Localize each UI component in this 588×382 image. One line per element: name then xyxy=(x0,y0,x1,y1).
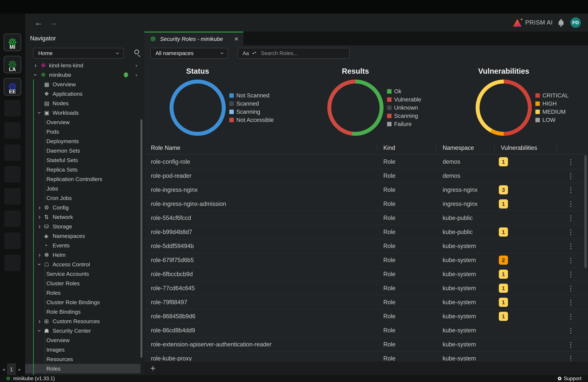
cluster-button-ee[interactable]: ☸EE xyxy=(4,78,21,96)
sidebar-item-minikube[interactable]: ›☸minikube› xyxy=(25,70,144,80)
table-row[interactable]: role-679f75d6b5Rolekube-system2⋮ xyxy=(144,253,588,267)
sidebar-item-resources[interactable]: Resources xyxy=(25,354,144,364)
context-select[interactable]: Home › xyxy=(33,48,124,59)
table-row[interactable]: role-extension-apiserver-authentication-… xyxy=(144,338,588,352)
sidebar-item-roles[interactable]: Roles xyxy=(25,364,141,373)
namespace-select[interactable]: All namespaces › xyxy=(150,48,228,59)
column-header-role-name[interactable]: Role Name xyxy=(144,141,377,154)
sidebar-item-nodes[interactable]: ▤Nodes xyxy=(25,99,144,108)
sidebar-item-network[interactable]: ›⇅Network xyxy=(25,212,144,222)
table-scrollbar[interactable] xyxy=(584,155,587,268)
sidebar-item-events[interactable]: ◔Events xyxy=(25,241,144,250)
chevron-down-icon[interactable]: › xyxy=(36,110,43,116)
chevron-right-icon[interactable]: › xyxy=(135,63,137,68)
chevron-down-icon[interactable]: › xyxy=(36,261,43,267)
sidebar-item-cluster-role-bindings[interactable]: Cluster Role Bindings xyxy=(25,297,144,307)
table-row[interactable]: role-86cd8b4dd9Rolekube-system⋮ xyxy=(144,323,588,338)
kebab-menu-icon[interactable]: ⋮ xyxy=(567,298,574,306)
sidebar-item-pods[interactable]: Pods xyxy=(25,127,144,136)
chevron-right-icon[interactable]: › xyxy=(37,204,42,211)
sidebar-item-cron-jobs[interactable]: Cron Jobs xyxy=(25,193,144,203)
sidebar-item-images[interactable]: Images xyxy=(25,345,144,354)
table-row[interactable]: role-b99d4b8d7Rolekube-public1⋮ xyxy=(144,225,588,239)
kebab-menu-icon[interactable]: ⋮ xyxy=(567,214,574,222)
prism-ai-brand[interactable]: ✦ PRISM AI xyxy=(513,19,553,27)
chevron-right-icon[interactable]: › xyxy=(37,223,42,230)
search-roles-input[interactable] xyxy=(261,50,329,56)
chevron-down-icon[interactable]: › xyxy=(33,72,39,78)
kebab-menu-icon[interactable]: ⋮ xyxy=(567,186,574,194)
page-prev-icon[interactable]: ◂ xyxy=(2,366,5,372)
table-row[interactable]: role-5ddf59494bRolekube-system⋮ xyxy=(144,239,588,253)
kebab-menu-icon[interactable]: ⋮ xyxy=(567,327,574,334)
kebab-menu-icon[interactable]: ⋮ xyxy=(567,256,574,264)
sidebar-item-access-control[interactable]: ›☖Access Control xyxy=(25,260,144,269)
table-row[interactable]: role-pod-readerRoledemos⋮ xyxy=(144,169,588,183)
kebab-menu-icon[interactable]: ⋮ xyxy=(567,200,574,208)
sidebar-item-helm[interactable]: ›☸Helm xyxy=(25,250,144,260)
column-header-namespace[interactable]: Namespace xyxy=(436,141,494,154)
table-row[interactable]: role-6fbccbcb9dRolekube-system1⋮ xyxy=(144,267,588,281)
table-row[interactable]: role-554cf6fccdRolekube-public⋮ xyxy=(144,211,588,225)
sidebar-item-overview[interactable]: Overview xyxy=(25,117,144,127)
kebab-menu-icon[interactable]: ⋮ xyxy=(567,355,574,361)
kebab-menu-icon[interactable]: ⋮ xyxy=(567,158,574,166)
table-row[interactable]: role-868458b9d6Rolekube-system1⋮ xyxy=(144,309,588,323)
column-header-kind[interactable]: Kind xyxy=(377,141,436,154)
kebab-menu-icon[interactable]: ⋮ xyxy=(567,228,574,236)
sidebar-item-namespaces[interactable]: ◈Namespaces xyxy=(25,231,144,241)
match-case-icon[interactable]: Aa xyxy=(243,50,249,56)
forward-arrow-icon[interactable]: → xyxy=(49,18,58,27)
sidebar-item-overview[interactable]: Overview xyxy=(25,336,144,345)
sidebar-item-workloads[interactable]: ›▣Workloads xyxy=(25,108,144,117)
sidebar-scrollbar[interactable] xyxy=(141,119,142,358)
sidebar-item-overview[interactable]: ▦Overview xyxy=(25,80,144,89)
kebab-menu-icon[interactable]: ⋮ xyxy=(567,284,574,292)
sidebar-item-security-center[interactable]: ›☗Security Center xyxy=(25,326,144,336)
column-header-vulnerabilities[interactable]: Vulnerabilities xyxy=(494,141,557,154)
back-arrow-icon[interactable]: ← xyxy=(34,18,43,27)
sidebar-item-applications[interactable]: ❖Applications xyxy=(25,89,144,99)
support-link[interactable]: Support xyxy=(558,376,582,382)
add-tab-button[interactable]: + xyxy=(150,364,156,373)
kebab-menu-icon[interactable]: ⋮ xyxy=(567,172,574,180)
chevron-down-icon[interactable]: › xyxy=(36,328,43,334)
page-number[interactable]: 1 xyxy=(7,363,16,375)
sidebar-item-role-bindings[interactable]: Role Bindings xyxy=(25,307,144,317)
chevron-right-icon[interactable]: › xyxy=(37,214,42,220)
cluster-button-mi[interactable]: ☸MI xyxy=(4,34,21,51)
table-row[interactable]: role-kube-proxyRolekube-system⋮ xyxy=(144,352,588,361)
sidebar-item-jobs[interactable]: Jobs xyxy=(25,184,144,193)
chevron-right-icon[interactable]: › xyxy=(37,318,42,324)
sidebar-item-roles[interactable]: Roles xyxy=(25,288,144,297)
chevron-right-icon[interactable]: › xyxy=(135,72,137,78)
user-avatar[interactable]: FD xyxy=(570,17,581,28)
kebab-menu-icon[interactable]: ⋮ xyxy=(567,341,574,348)
page-next-icon[interactable]: ▸ xyxy=(19,366,21,372)
chevron-right-icon[interactable]: › xyxy=(33,62,39,68)
sidebar-item-daemon-sets[interactable]: Daemon Sets xyxy=(25,146,144,155)
regex-icon[interactable]: ▪* xyxy=(252,51,257,56)
sidebar-item-stateful-sets[interactable]: Stateful Sets xyxy=(25,155,144,165)
close-icon[interactable]: × xyxy=(234,35,238,42)
kebab-menu-icon[interactable]: ⋮ xyxy=(567,270,574,278)
sidebar-item-storage[interactable]: ›⛁Storage xyxy=(25,222,144,231)
table-row[interactable]: role-ingress-nginx-admissionRoleingress-… xyxy=(144,197,588,211)
tab-security-roles[interactable]: ☸ Security Roles - minikube × xyxy=(144,32,243,45)
kebab-menu-icon[interactable]: ⋮ xyxy=(567,313,574,320)
cluster-button-la[interactable]: ☸LA xyxy=(4,56,21,73)
sidebar-item-replication-controllers[interactable]: Replication Controllers xyxy=(25,174,144,184)
table-row[interactable]: role-ingress-nginxRoleingress-nginx3⋮ xyxy=(144,183,588,197)
sidebar-item-replica-sets[interactable]: Replica Sets xyxy=(25,165,144,174)
table-row[interactable]: role-79f88497Rolekube-system1⋮ xyxy=(144,296,588,309)
search-icon[interactable] xyxy=(134,49,139,54)
sidebar-item-cluster-roles[interactable]: Cluster Roles xyxy=(25,278,144,288)
sidebar-item-kind-lens-kind[interactable]: ›☸kind-lens-kind› xyxy=(25,61,144,70)
sidebar-item-custom-resources[interactable]: ›⊞Custom Resources xyxy=(25,317,144,326)
table-row[interactable]: role-config-roleRoledemos1⋮ xyxy=(144,155,588,169)
kebab-menu-icon[interactable]: ⋮ xyxy=(567,242,574,250)
chevron-right-icon[interactable]: › xyxy=(37,252,42,258)
table-row[interactable]: role-77cd64c645Rolekube-system1⋮ xyxy=(144,281,588,296)
sidebar-item-service-accounts[interactable]: Service Accounts xyxy=(25,269,144,278)
notifications-bell-icon[interactable] xyxy=(559,20,564,25)
